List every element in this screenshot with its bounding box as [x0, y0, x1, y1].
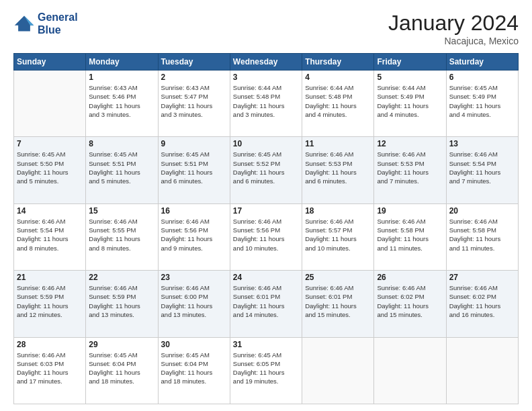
day-info: Sunrise: 6:44 AM Sunset: 5:48 PM Dayligh… [233, 83, 299, 119]
day-number: 30 [161, 340, 227, 349]
day-number: 4 [305, 73, 371, 82]
logo-icon [13, 14, 35, 33]
calendar-weekday-friday: Friday [374, 54, 446, 71]
calendar-cell: 14Sunrise: 6:46 AM Sunset: 5:54 PM Dayli… [14, 203, 86, 270]
calendar-weekday-thursday: Thursday [302, 54, 374, 71]
calendar-week-row: 28Sunrise: 6:46 AM Sunset: 6:03 PM Dayli… [14, 337, 519, 404]
day-number: 23 [161, 273, 227, 282]
day-info: Sunrise: 6:45 AM Sunset: 6:05 PM Dayligh… [233, 351, 299, 386]
day-info: Sunrise: 6:46 AM Sunset: 5:57 PM Dayligh… [305, 217, 371, 253]
calendar-cell: 20Sunrise: 6:46 AM Sunset: 5:58 PM Dayli… [446, 203, 518, 270]
calendar-cell [302, 337, 374, 404]
day-info: Sunrise: 6:45 AM Sunset: 5:51 PM Dayligh… [89, 150, 154, 185]
day-info: Sunrise: 6:44 AM Sunset: 5:49 PM Dayligh… [377, 83, 443, 119]
calendar-header-row: SundayMondayTuesdayWednesdayThursdayFrid… [14, 54, 519, 71]
day-info: Sunrise: 6:46 AM Sunset: 5:58 PM Dayligh… [449, 217, 515, 253]
calendar-cell: 6Sunrise: 6:45 AM Sunset: 5:49 PM Daylig… [446, 71, 518, 137]
day-number: 5 [377, 73, 443, 82]
calendar-cell: 4Sunrise: 6:44 AM Sunset: 5:48 PM Daylig… [302, 71, 374, 137]
day-info: Sunrise: 6:45 AM Sunset: 5:50 PM Dayligh… [17, 150, 83, 185]
calendar-cell [446, 337, 518, 404]
calendar-cell: 18Sunrise: 6:46 AM Sunset: 5:57 PM Dayli… [302, 203, 374, 270]
day-number: 6 [449, 73, 515, 82]
day-number: 14 [17, 206, 83, 216]
calendar-week-row: 21Sunrise: 6:46 AM Sunset: 5:59 PM Dayli… [14, 271, 519, 337]
calendar-cell: 22Sunrise: 6:46 AM Sunset: 5:59 PM Dayli… [86, 271, 158, 337]
calendar-cell: 11Sunrise: 6:46 AM Sunset: 5:53 PM Dayli… [302, 137, 374, 203]
day-number: 29 [89, 340, 154, 349]
day-info: Sunrise: 6:46 AM Sunset: 5:56 PM Dayligh… [233, 217, 299, 253]
calendar-cell: 28Sunrise: 6:46 AM Sunset: 6:03 PM Dayli… [14, 337, 86, 404]
day-info: Sunrise: 6:46 AM Sunset: 5:56 PM Dayligh… [161, 217, 227, 253]
logo: General Blue [13, 11, 78, 36]
calendar-cell: 12Sunrise: 6:46 AM Sunset: 5:53 PM Dayli… [374, 137, 446, 203]
calendar-cell: 5Sunrise: 6:44 AM Sunset: 5:49 PM Daylig… [374, 71, 446, 137]
calendar-cell: 9Sunrise: 6:45 AM Sunset: 5:51 PM Daylig… [158, 137, 230, 203]
day-info: Sunrise: 6:45 AM Sunset: 6:04 PM Dayligh… [89, 351, 154, 386]
calendar-cell: 1Sunrise: 6:43 AM Sunset: 5:46 PM Daylig… [86, 71, 158, 137]
day-number: 27 [449, 273, 515, 282]
calendar-cell: 21Sunrise: 6:46 AM Sunset: 5:59 PM Dayli… [14, 271, 86, 337]
calendar-cell: 19Sunrise: 6:46 AM Sunset: 5:58 PM Dayli… [374, 203, 446, 270]
calendar-weekday-wednesday: Wednesday [230, 54, 302, 71]
day-info: Sunrise: 6:46 AM Sunset: 5:54 PM Dayligh… [17, 217, 83, 253]
day-number: 10 [233, 139, 299, 148]
title-block: January 2024 Nacajuca, Mexico [388, 11, 519, 46]
day-number: 25 [305, 273, 371, 282]
day-info: Sunrise: 6:46 AM Sunset: 5:58 PM Dayligh… [377, 217, 443, 253]
calendar-cell: 2Sunrise: 6:43 AM Sunset: 5:47 PM Daylig… [158, 71, 230, 137]
calendar-week-row: 14Sunrise: 6:46 AM Sunset: 5:54 PM Dayli… [14, 203, 519, 270]
day-number: 26 [377, 273, 443, 282]
day-info: Sunrise: 6:46 AM Sunset: 6:02 PM Dayligh… [377, 283, 443, 319]
day-number: 2 [161, 73, 227, 82]
day-info: Sunrise: 6:46 AM Sunset: 5:53 PM Dayligh… [305, 150, 371, 185]
calendar-cell: 23Sunrise: 6:46 AM Sunset: 6:00 PM Dayli… [158, 271, 230, 337]
page: General Blue January 2024 Nacajuca, Mexi… [0, 0, 532, 411]
day-info: Sunrise: 6:45 AM Sunset: 5:52 PM Dayligh… [233, 150, 299, 185]
day-number: 16 [161, 206, 227, 216]
day-info: Sunrise: 6:46 AM Sunset: 6:01 PM Dayligh… [233, 283, 299, 319]
day-number: 24 [233, 273, 299, 282]
logo-text: General Blue [38, 11, 78, 36]
calendar-cell: 27Sunrise: 6:46 AM Sunset: 6:02 PM Dayli… [446, 271, 518, 337]
day-info: Sunrise: 6:45 AM Sunset: 5:51 PM Dayligh… [161, 150, 227, 185]
day-number: 13 [449, 139, 515, 148]
calendar-cell [14, 71, 86, 137]
calendar-weekday-saturday: Saturday [446, 54, 518, 71]
calendar-cell: 7Sunrise: 6:45 AM Sunset: 5:50 PM Daylig… [14, 137, 86, 203]
calendar-table: SundayMondayTuesdayWednesdayThursdayFrid… [13, 53, 519, 404]
calendar-cell: 10Sunrise: 6:45 AM Sunset: 5:52 PM Dayli… [230, 137, 302, 203]
day-info: Sunrise: 6:46 AM Sunset: 5:53 PM Dayligh… [377, 150, 443, 185]
day-info: Sunrise: 6:44 AM Sunset: 5:48 PM Dayligh… [305, 83, 371, 119]
day-info: Sunrise: 6:46 AM Sunset: 5:54 PM Dayligh… [449, 150, 515, 185]
calendar-cell: 24Sunrise: 6:46 AM Sunset: 6:01 PM Dayli… [230, 271, 302, 337]
calendar-weekday-monday: Monday [86, 54, 158, 71]
day-info: Sunrise: 6:46 AM Sunset: 6:00 PM Dayligh… [161, 283, 227, 319]
calendar-cell: 13Sunrise: 6:46 AM Sunset: 5:54 PM Dayli… [446, 137, 518, 203]
calendar-cell: 29Sunrise: 6:45 AM Sunset: 6:04 PM Dayli… [86, 337, 158, 404]
day-number: 3 [233, 73, 299, 82]
day-info: Sunrise: 6:46 AM Sunset: 5:55 PM Dayligh… [89, 217, 154, 253]
calendar-week-row: 1Sunrise: 6:43 AM Sunset: 5:46 PM Daylig… [14, 71, 519, 137]
day-number: 17 [233, 206, 299, 216]
calendar-cell [374, 337, 446, 404]
day-info: Sunrise: 6:43 AM Sunset: 5:47 PM Dayligh… [161, 83, 227, 119]
day-info: Sunrise: 6:46 AM Sunset: 6:03 PM Dayligh… [17, 351, 83, 386]
day-info: Sunrise: 6:45 AM Sunset: 6:04 PM Dayligh… [161, 351, 227, 386]
day-number: 20 [449, 206, 515, 216]
calendar-cell: 16Sunrise: 6:46 AM Sunset: 5:56 PM Dayli… [158, 203, 230, 270]
day-number: 19 [377, 206, 443, 216]
day-number: 7 [17, 139, 83, 148]
calendar-cell: 25Sunrise: 6:46 AM Sunset: 6:01 PM Dayli… [302, 271, 374, 337]
calendar-cell: 3Sunrise: 6:44 AM Sunset: 5:48 PM Daylig… [230, 71, 302, 137]
location: Nacajuca, Mexico [388, 36, 519, 46]
day-number: 31 [233, 340, 299, 349]
day-number: 1 [89, 73, 154, 82]
day-info: Sunrise: 6:43 AM Sunset: 5:46 PM Dayligh… [89, 83, 154, 119]
day-number: 12 [377, 139, 443, 148]
day-info: Sunrise: 6:46 AM Sunset: 5:59 PM Dayligh… [17, 283, 83, 319]
calendar-cell: 8Sunrise: 6:45 AM Sunset: 5:51 PM Daylig… [86, 137, 158, 203]
header: General Blue January 2024 Nacajuca, Mexi… [13, 11, 519, 46]
day-info: Sunrise: 6:45 AM Sunset: 5:49 PM Dayligh… [449, 83, 515, 119]
day-number: 11 [305, 139, 371, 148]
